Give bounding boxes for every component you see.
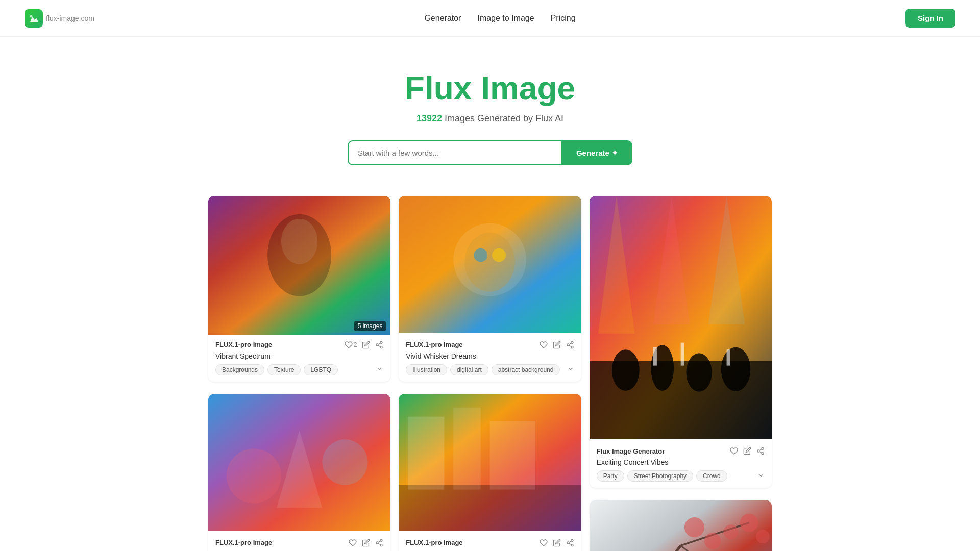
tags-expand-button[interactable] bbox=[567, 365, 574, 374]
edit-button[interactable] bbox=[553, 539, 561, 547]
share-button[interactable] bbox=[566, 539, 574, 547]
tag-backgrounds[interactable]: Backgrounds bbox=[215, 364, 264, 375]
tag-crowd[interactable]: Crowd bbox=[696, 470, 727, 482]
card-model-row: FLUX.1-pro Image bbox=[406, 539, 574, 547]
svg-point-61 bbox=[704, 533, 721, 549]
svg-point-3 bbox=[281, 219, 317, 264]
card-cherry bbox=[590, 500, 772, 551]
like-button[interactable]: 2 bbox=[345, 341, 357, 349]
edit-button[interactable] bbox=[553, 341, 561, 349]
share-button[interactable] bbox=[375, 341, 383, 349]
tag-illustration[interactable]: Illustration bbox=[406, 364, 447, 375]
gallery-col-2: FLUX.1-pro Image Vivid Whisker Dreams bbox=[395, 196, 585, 551]
card-footer: FLUX.1-pro Image 2 Vibra bbox=[208, 335, 390, 382]
card-image bbox=[208, 196, 390, 335]
svg-line-16 bbox=[378, 543, 381, 545]
share-button[interactable] bbox=[375, 539, 383, 547]
tag-party[interactable]: Party bbox=[597, 470, 624, 482]
svg-line-26 bbox=[569, 345, 571, 347]
svg-point-11 bbox=[227, 448, 281, 503]
card-image bbox=[208, 394, 390, 533]
hero-section: Flux Image 13922 Images Generated by Flu… bbox=[0, 37, 980, 186]
svg-point-6 bbox=[380, 346, 382, 348]
like-button[interactable] bbox=[730, 447, 738, 455]
card-model-label: FLUX.1-pro Image bbox=[406, 539, 462, 546]
nav-image-to-image[interactable]: Image to Image bbox=[477, 14, 534, 23]
gallery: 5 images FLUX.1-pro Image 2 bbox=[163, 186, 817, 551]
card-image bbox=[399, 394, 581, 533]
navbar: flux-image.com Generator Image to Image … bbox=[0, 0, 980, 37]
svg-rect-31 bbox=[454, 408, 481, 490]
edit-button[interactable] bbox=[362, 341, 370, 349]
nav-pricing[interactable]: Pricing bbox=[551, 14, 576, 23]
tag-digital-art[interactable]: digital art bbox=[450, 364, 488, 375]
tag-abstract-bg[interactable]: abstract background bbox=[492, 364, 560, 375]
logo-link[interactable]: flux-image.com bbox=[24, 9, 94, 28]
nav-generator[interactable]: Generator bbox=[424, 14, 461, 23]
prompt-input[interactable] bbox=[348, 140, 562, 165]
card-model-label: FLUX.1-pro Image bbox=[215, 539, 272, 546]
tag-lgbtq[interactable]: LGBTQ bbox=[304, 364, 338, 375]
generate-button[interactable]: Generate ✦ bbox=[562, 140, 632, 165]
like-button[interactable] bbox=[540, 341, 548, 349]
hero-subtitle: 13922 Images Generated by Flux AI bbox=[12, 113, 968, 124]
tags-expand-button[interactable] bbox=[376, 365, 383, 374]
card-model-label: Flux Image Generator bbox=[597, 447, 665, 455]
svg-rect-29 bbox=[399, 485, 581, 531]
card-image-wrap bbox=[208, 394, 390, 533]
svg-rect-49 bbox=[726, 349, 730, 365]
svg-point-50 bbox=[762, 448, 764, 450]
signin-button[interactable]: Sign In bbox=[905, 9, 955, 28]
card-model-row: FLUX.1-pro Image 2 bbox=[215, 341, 383, 349]
card-footer: Flux Image Generator Exciting Concert bbox=[590, 441, 772, 488]
tag-texture[interactable]: Texture bbox=[267, 364, 301, 375]
svg-line-53 bbox=[760, 452, 762, 453]
like-button[interactable] bbox=[540, 539, 548, 547]
card-image-wrap: 5 images bbox=[208, 196, 390, 335]
svg-rect-47 bbox=[653, 347, 656, 366]
gallery-col-3: Flux Image Generator Exciting Concert bbox=[585, 196, 776, 551]
svg-point-12 bbox=[322, 439, 368, 485]
svg-point-5 bbox=[376, 344, 378, 346]
svg-point-42 bbox=[686, 353, 712, 392]
svg-point-62 bbox=[684, 517, 704, 537]
svg-line-36 bbox=[569, 543, 571, 545]
card-actions bbox=[730, 447, 765, 455]
svg-point-22 bbox=[492, 248, 506, 262]
svg-point-15 bbox=[380, 544, 382, 546]
share-button[interactable] bbox=[566, 341, 574, 349]
svg-line-37 bbox=[569, 541, 571, 542]
card-actions bbox=[349, 539, 383, 547]
card-image-wrap bbox=[399, 394, 581, 533]
tags-expand-button[interactable] bbox=[757, 472, 765, 481]
card-tags: Backgrounds Texture LGBTQ bbox=[215, 364, 383, 375]
svg-line-7 bbox=[378, 345, 381, 347]
card-actions bbox=[540, 341, 574, 349]
share-button[interactable] bbox=[756, 447, 765, 455]
card-tags: Party Street Photography Crowd bbox=[597, 470, 765, 482]
svg-rect-30 bbox=[408, 417, 444, 490]
card-image bbox=[399, 196, 581, 335]
card-actions bbox=[540, 539, 574, 547]
svg-point-20 bbox=[465, 232, 515, 291]
edit-button[interactable] bbox=[743, 447, 751, 455]
edit-button[interactable] bbox=[362, 539, 370, 547]
card-title: Vivid Whisker Dreams bbox=[406, 352, 574, 360]
svg-point-51 bbox=[757, 450, 760, 452]
card-vibrant-spectrum: 5 images FLUX.1-pro Image 2 bbox=[208, 196, 390, 382]
nav-links: Generator Image to Image Pricing bbox=[424, 14, 575, 23]
hero-input-row: Generate ✦ bbox=[12, 140, 968, 165]
svg-line-54 bbox=[760, 449, 762, 451]
card-title: Exciting Concert Vibes bbox=[597, 458, 765, 466]
like-button[interactable] bbox=[349, 539, 357, 547]
card-model-row: FLUX.1-pro Image bbox=[406, 341, 574, 349]
svg-point-33 bbox=[571, 539, 573, 541]
card-title: Vibrant Spectrum bbox=[215, 352, 383, 360]
card-footer: FLUX.1-pro Image Busy Street Market bbox=[399, 533, 581, 551]
svg-point-14 bbox=[376, 542, 378, 544]
card-tags: Illustration digital art abstract backgr… bbox=[406, 364, 574, 375]
card-image bbox=[590, 196, 772, 441]
svg-point-34 bbox=[567, 542, 569, 544]
card-cat: FLUX.1-pro Image Vivid Whisker Dreams bbox=[399, 196, 581, 382]
tag-street-photography[interactable]: Street Photography bbox=[627, 470, 693, 482]
